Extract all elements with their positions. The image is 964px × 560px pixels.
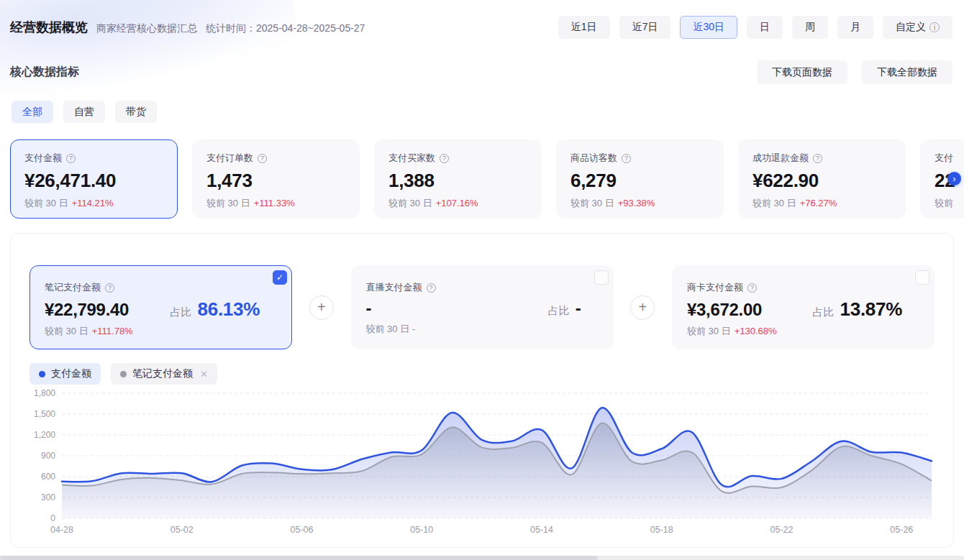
svg-text:05-18: 05-18 (650, 525, 673, 535)
range-button-7d[interactable]: 近7日 (619, 16, 671, 39)
metric-card-title: 支付 (935, 152, 953, 165)
svg-text:600: 600 (41, 472, 55, 482)
sub-card-note-payment[interactable]: ✓ 笔记支付金额? ¥22,799.40 占比86.13% 较前 30 日+11… (29, 265, 292, 349)
metric-card-title: 支付买家数 (388, 152, 435, 165)
sub-card-change: 较前 30 日 - (366, 323, 599, 336)
metric-card-value: 1,473 (206, 170, 345, 192)
svg-text:1,500: 1,500 (34, 409, 55, 419)
metric-card-title: 商品访客数 (570, 152, 617, 165)
sub-card-title: 笔记支付金额 (45, 281, 101, 294)
metric-card-value: 1,388 (388, 170, 527, 192)
range-button-1d[interactable]: 近1日 (558, 16, 610, 39)
horizontal-scrollbar[interactable] (0, 556, 964, 560)
legend-item-payment-amount[interactable]: 支付金额 (29, 363, 101, 385)
sub-card-value: ¥3,672.00 (687, 300, 762, 320)
sub-card-value: ¥22,799.40 (45, 300, 129, 320)
page-title: 经营数据概览 (10, 19, 88, 36)
question-icon[interactable]: ? (622, 154, 631, 163)
plus-icon[interactable]: + (630, 295, 655, 320)
question-icon[interactable]: ? (747, 283, 757, 293)
area-chart-svg: 03006009001,2001,5001,80004-2805-0205-06… (29, 390, 935, 539)
sub-card-change: 较前 30 日+111.78% (45, 325, 277, 338)
question-icon[interactable]: ? (105, 283, 114, 293)
question-icon[interactable]: ? (427, 283, 436, 293)
range-button-30d[interactable]: 近30日 (680, 16, 737, 39)
metric-card-refund-amount[interactable]: 成功退款金额? ¥622.90 较前 30 日+76.27% (738, 139, 906, 219)
range-button-custom[interactable]: 自定义 i (883, 16, 952, 39)
sub-card-product-card-payment[interactable]: 商卡支付金额? ¥3,672.00 占比13.87% 较前 30 日+130.6… (672, 265, 935, 349)
metric-card-value: ¥26,471.40 (24, 170, 163, 192)
legend-item-note-payment[interactable]: 笔记支付金额 ✕ (111, 363, 217, 385)
legend-dot-gray (120, 371, 127, 377)
tab-carry-goods[interactable]: 带货 (115, 101, 157, 123)
carousel-next-button[interactable]: › (947, 172, 961, 185)
metric-card-change: 较前 30 日+76.27% (752, 197, 891, 210)
sub-card-title: 商卡支付金额 (687, 281, 743, 294)
metric-card-change: 较前 30 日+111.33% (206, 197, 345, 210)
scrollbar-thumb[interactable] (0, 556, 598, 560)
metric-card-change: 较前 30 日+107.16% (388, 197, 527, 210)
time-range-group: 近1日 近7日 近30日 日 周 月 自定义 i (558, 16, 952, 39)
chart-legend: 支付金额 笔记支付金额 ✕ (29, 363, 935, 385)
payment-trend-chart: 03006009001,2001,5001,80004-2805-0205-06… (29, 390, 935, 542)
svg-text:05-06: 05-06 (291, 525, 314, 535)
chevron-right-icon: › (952, 174, 955, 183)
metric-card-value: ¥622.90 (752, 170, 891, 192)
page-subtitle: 商家经营核心数据汇总 (96, 22, 197, 35)
range-button-week[interactable]: 周 (792, 16, 828, 39)
metric-card-value: 6,279 (570, 170, 709, 192)
sub-card-change: 较前 30 日+130.68% (687, 325, 919, 338)
range-button-month[interactable]: 月 (837, 16, 873, 39)
metric-card-product-visitors[interactable]: 商品访客数? 6,279 较前 30 日+93.38% (556, 139, 724, 219)
plus-icon[interactable]: + (309, 295, 334, 320)
checkbox-unchecked-icon[interactable] (915, 270, 929, 285)
page-header: 经营数据概览 商家经营核心数据汇总 统计时间：2025-04-28~2025-0… (0, 0, 964, 39)
share-label: 占比 (548, 304, 570, 318)
tab-all[interactable]: 全部 (12, 101, 53, 123)
metric-card-buyer-count[interactable]: 支付买家数? 1,388 较前 30 日+107.16% (374, 139, 542, 219)
svg-text:0: 0 (50, 513, 55, 523)
legend-dot-blue (39, 371, 45, 377)
svg-text:05-26: 05-26 (890, 525, 913, 535)
metric-card-change: 较前 (935, 197, 964, 210)
metric-card-order-count[interactable]: 支付订单数? 1,473 较前 30 日+111.33% (192, 139, 360, 219)
section-title: 核心数据指标 (10, 65, 79, 80)
svg-text:04-28: 04-28 (50, 525, 73, 535)
svg-text:900: 900 (41, 451, 55, 461)
payment-breakdown-panel: ✓ 笔记支付金额? ¥22,799.40 占比86.13% 较前 30 日+11… (10, 233, 954, 548)
share-label: 占比 (170, 306, 192, 319)
download-all-data-button[interactable]: 下载全部数据 (862, 60, 952, 84)
question-icon[interactable]: ? (258, 154, 267, 163)
share-value: 86.13% (198, 298, 260, 321)
scope-tabs: 全部 自营 带货 (0, 101, 964, 123)
svg-text:05-02: 05-02 (170, 525, 194, 535)
metric-card-title: 支付金额 (24, 152, 62, 165)
svg-text:05-22: 05-22 (770, 525, 794, 535)
info-icon: i (929, 22, 940, 32)
range-button-custom-label: 自定义 (896, 21, 926, 34)
share-value: 13.87% (840, 298, 902, 321)
svg-text:1,800: 1,800 (34, 390, 55, 398)
checkbox-unchecked-icon[interactable] (594, 270, 609, 285)
close-icon[interactable]: ✕ (200, 369, 208, 380)
svg-text:1,200: 1,200 (34, 430, 55, 440)
share-value: - (576, 298, 581, 318)
question-icon[interactable]: ? (440, 154, 449, 163)
checkbox-checked-icon[interactable]: ✓ (273, 270, 287, 285)
metric-card-payment-amount[interactable]: 支付金额? ¥26,471.40 较前 30 日+114.21% (10, 139, 178, 219)
metric-card-title: 支付订单数 (206, 152, 253, 165)
download-page-data-button[interactable]: 下载页面数据 (757, 60, 847, 84)
metric-card-change: 较前 30 日+114.21% (24, 197, 163, 210)
svg-text:300: 300 (41, 492, 55, 502)
tab-self-operated[interactable]: 自营 (63, 101, 105, 123)
svg-text:05-10: 05-10 (410, 525, 433, 535)
question-icon[interactable]: ? (66, 154, 76, 163)
metric-card-change: 较前 30 日+93.38% (570, 197, 709, 210)
sub-cards-row: ✓ 笔记支付金额? ¥22,799.40 占比86.13% 较前 30 日+11… (29, 265, 935, 349)
question-icon[interactable]: ? (813, 154, 822, 163)
sub-card-live-payment[interactable]: 直播支付金额? - 占比- 较前 30 日 - (351, 265, 614, 349)
sub-card-value: - (366, 298, 372, 318)
svg-text:05-14: 05-14 (530, 525, 553, 535)
range-button-day[interactable]: 日 (747, 16, 783, 39)
stat-time-range: 统计时间：2025-04-28~2025-05-27 (206, 22, 365, 35)
